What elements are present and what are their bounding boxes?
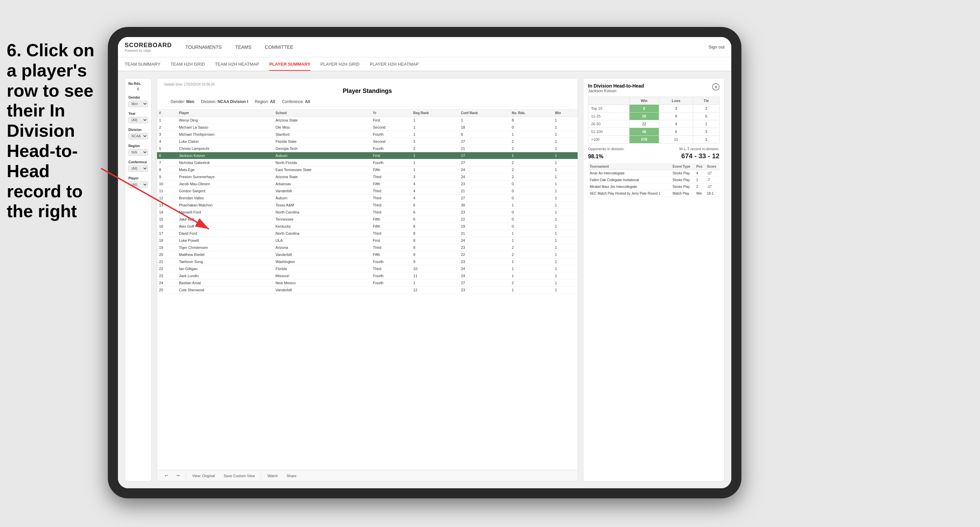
table-row[interactable]: 16 Alex Goff Kentucky Fifth 8 19 0 1	[157, 223, 578, 230]
table-row[interactable]: 13 Phachakan Malchon Texas A&M Third 6 3…	[157, 202, 578, 209]
player-select[interactable]: (All)	[129, 181, 148, 188]
table-row[interactable]: 17 David Ford North Carolina Third 8 21 …	[157, 230, 578, 237]
gender-select[interactable]: Men	[129, 101, 148, 107]
region-filter-label: Region	[129, 144, 148, 148]
cell-rds: 2	[510, 166, 553, 173]
opponents-pct: 98.1%	[588, 154, 603, 160]
cell-num: 10	[157, 181, 177, 187]
cell-school: Georgia Tech	[273, 145, 371, 152]
h2h-range: 26-50	[589, 120, 630, 128]
h2h-close-button[interactable]: ✕	[712, 83, 719, 90]
cell-reg-rank: 1	[411, 279, 459, 287]
table-row[interactable]: 12 Brendan Valles Auburn Third 4 27 0 1	[157, 195, 578, 202]
table-row[interactable]: 18 Luke Powell ULA First 8 24 1 1	[157, 237, 578, 244]
nav-committee[interactable]: COMMITTEE	[265, 43, 293, 52]
h2h-player-name: Jackson Koivun	[588, 89, 644, 93]
col-reg-rank: Reg Rank	[411, 110, 459, 117]
h2h-range: 51-100	[589, 128, 630, 136]
cell-reg-rank: 6	[411, 202, 459, 209]
watch-btn[interactable]: Watch	[264, 473, 280, 479]
table-row[interactable]: 11 Gordon Sargent Vanderbilt Third 4 21 …	[157, 187, 578, 195]
region-select[interactable]: N/A	[129, 149, 148, 156]
cell-win: 1	[553, 124, 578, 131]
tourn-col-event-type: Event Type	[671, 163, 695, 170]
cell-reg-rank: 1	[411, 152, 459, 159]
top-nav: SCOREBOARD Powered by clippi TOURNAMENTS…	[118, 37, 731, 57]
filters-panel: No Rds. 6 Gender Men Year (All) Divisi	[125, 78, 152, 481]
table-row[interactable]: 23 Jack Lundin Missouri Fourth 11 24 1 1	[157, 272, 578, 279]
table-row[interactable]: 21 Taehoon Song Washington Fourth 9 23 1…	[157, 258, 578, 265]
table-row[interactable]: 25 Cole Sherwood Vanderbilt 12 23 1 1	[157, 287, 578, 294]
table-row[interactable]: 5 Christo Lamprecht Georgia Tech Fourth …	[157, 145, 578, 152]
undo-btn[interactable]: ↩	[162, 472, 170, 479]
h2h-win: 46	[629, 128, 659, 136]
tab-player-summary[interactable]: PLAYER SUMMARY	[269, 58, 310, 71]
cell-player: Taehoon Song	[177, 258, 273, 265]
region-filter: Region N/A	[129, 144, 148, 156]
tourn-col-pos: Pos	[695, 163, 705, 170]
table-row[interactable]: 24 Bastian Amat New Mexico Fourth 1 27 2…	[157, 279, 578, 287]
table-row[interactable]: 7 Nicholas Gabrelcik North Florida Fourt…	[157, 159, 578, 166]
cell-reg-rank: 1	[411, 131, 459, 138]
cell-win: 1	[553, 152, 578, 159]
filter-row: Gender: Men Division: NCAA Division I Re…	[164, 97, 571, 107]
cell-rds: 2	[510, 138, 553, 145]
cell-win: 1	[553, 244, 578, 251]
cell-win: 1	[553, 187, 578, 195]
save-custom-btn[interactable]: Save Custom View	[221, 473, 258, 479]
table-row[interactable]: 22 Ian Gilligan Florida Third 10 24 1 1	[157, 265, 578, 272]
tablet-device: SCOREBOARD Powered by clippi TOURNAMENTS…	[108, 27, 741, 498]
table-row[interactable]: 4 Luke Claton Florida State Second 1 27 …	[157, 138, 578, 145]
h2h-loss: 6	[659, 128, 693, 136]
cell-player: Maxwell Ford	[177, 209, 273, 216]
table-row[interactable]: 14 Maxwell Ford North Carolina Third 6 2…	[157, 209, 578, 216]
table-row[interactable]: 3 Michael Thorbjornsen Stanford Fourth 1…	[157, 131, 578, 138]
view-original-btn[interactable]: View: Original	[189, 473, 218, 479]
cell-num: 24	[157, 279, 177, 287]
tourn-name: Mirabel Maui Jim Intercollegiate	[588, 184, 671, 190]
table-row[interactable]: 8 Mats Ege East Tennessee State Fifth 1 …	[157, 166, 578, 173]
watch-label: Watch	[267, 474, 278, 478]
tab-player-h2h-grid[interactable]: PLAYER H2H GRID	[320, 58, 360, 71]
cell-win: 1	[553, 279, 578, 287]
conference-select[interactable]: (All)	[129, 165, 148, 172]
table-row[interactable]: 10 Jacob Mau-Olesen Arkansas Fifth 4 23 …	[157, 181, 578, 187]
tab-team-h2h-heatmap[interactable]: TEAM H2H HEATMAP	[215, 58, 259, 71]
no-rds-label: No Rds.	[129, 82, 148, 86]
cell-rds: 1	[510, 258, 553, 265]
tab-team-h2h-grid[interactable]: TEAM H2H GRID	[170, 58, 205, 71]
table-row[interactable]: 9 Preston Summerhays Arizona State Third…	[157, 173, 578, 181]
division-select[interactable]: NCAA Division I	[129, 133, 148, 140]
dashboard-panel: Update time: 27/03/2024 16:56:26 Player …	[157, 78, 578, 481]
region-filter-display: Region: All	[255, 99, 275, 104]
brand-title: SCOREBOARD	[125, 42, 172, 49]
table-row[interactable]: 15 Jake Hall Tennessee Fifth 6 22 0 1	[157, 216, 578, 223]
table-row[interactable]: 1 Wenyi Ding Arizona State First 1 1 8 1	[157, 117, 578, 124]
table-row[interactable]: 20 Matthew Riedel Vanderbilt Fifth 9 22 …	[157, 251, 578, 258]
tab-player-h2h-heatmap[interactable]: PLAYER H2H HEATMAP	[370, 58, 418, 71]
table-row[interactable]: 19 Tiger Christensen Arizona Third 8 23 …	[157, 244, 578, 251]
sign-out-link[interactable]: Sign out	[708, 44, 725, 49]
cell-yr: Third	[371, 244, 411, 251]
nav-teams[interactable]: TEAMS	[235, 43, 251, 52]
cell-conf-rank: 19	[459, 223, 510, 230]
nav-tournaments[interactable]: TOURNAMENTS	[185, 43, 222, 52]
year-select[interactable]: (All)	[129, 117, 148, 123]
cell-reg-rank: 4	[411, 195, 459, 202]
cell-conf-rank: 24	[459, 173, 510, 181]
cell-yr: Fourth	[371, 145, 411, 152]
year-filter-label: Year	[129, 112, 148, 116]
cell-rds: 0	[510, 195, 553, 202]
cell-school: Florida	[273, 265, 371, 272]
tab-team-summary[interactable]: TEAM SUMMARY	[125, 58, 161, 71]
h2h-win: 578	[629, 136, 659, 143]
table-row[interactable]: 2 Michael La Sasso Ole Miss Second 1 18 …	[157, 124, 578, 131]
cell-conf-rank: 24	[459, 272, 510, 279]
tourn-event-type: Match Play	[671, 190, 695, 197]
cell-yr: Fifth	[371, 216, 411, 223]
redo-btn[interactable]: ↪	[174, 472, 182, 479]
cell-rds: 1	[510, 131, 553, 138]
share-btn[interactable]: Share	[284, 473, 299, 479]
cell-school: Arizona State	[273, 117, 371, 124]
table-row[interactable]: 6 Jackson Koivun Auburn First 1 17 1 1	[157, 152, 578, 159]
